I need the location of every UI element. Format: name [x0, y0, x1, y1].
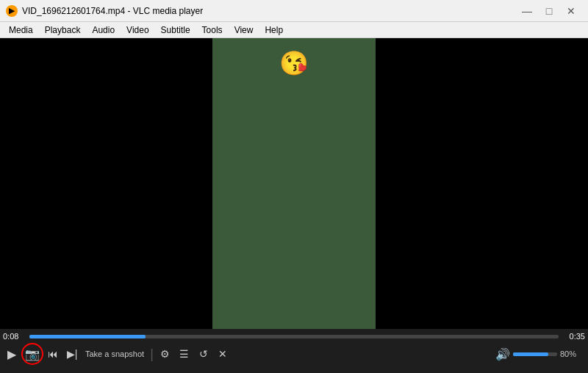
video-area: 😘 — [0, 38, 588, 329]
snapshot-label: Take a snapshot — [82, 350, 147, 358]
video-content: 😘 — [212, 38, 376, 329]
menu-bar: Media Playback Audio Video Subtitle Tool… — [0, 22, 588, 38]
title-bar: ▶ VID_1696212601764.mp4 - VLC media play… — [0, 0, 588, 22]
frame-next-button[interactable]: ▶| — [63, 345, 81, 363]
menu-playback[interactable]: Playback — [39, 22, 87, 38]
emoji-overlay: 😘 — [279, 51, 309, 75]
menu-video[interactable]: Video — [121, 22, 154, 38]
maximize-button[interactable]: □ — [538, 3, 560, 19]
separator-1: | — [148, 347, 155, 361]
volume-percent: 80% — [560, 350, 582, 358]
menu-media[interactable]: Media — [3, 22, 39, 38]
menu-tools[interactable]: Tools — [196, 22, 229, 38]
minimize-button[interactable]: — — [516, 3, 538, 19]
seek-row: 0:08 0:35 — [0, 329, 588, 344]
menu-audio[interactable]: Audio — [86, 22, 121, 38]
play-button[interactable]: ▶ — [3, 345, 21, 363]
buttons-row: ▶ 📷 ⏮ ▶| Take a snapshot | ⚙ ☰ ↺ ✕ 🔊 80% — [0, 344, 588, 364]
time-elapsed: 0:08 — [3, 332, 26, 341]
volume-icon: 🔊 — [495, 347, 510, 361]
snapshot-button[interactable]: 📷 — [22, 344, 43, 364]
seek-bar[interactable] — [29, 335, 559, 338]
menu-subtitle[interactable]: Subtitle — [155, 22, 196, 38]
volume-area: 🔊 80% — [495, 347, 585, 361]
vlc-icon: ▶ — [6, 5, 18, 17]
equalizer-button[interactable]: ⚙ — [157, 345, 174, 363]
frame-prev-button[interactable]: ⏮ — [44, 345, 62, 363]
snapshot-button-wrapper: 📷 — [22, 344, 43, 364]
volume-bar-fill — [513, 352, 548, 356]
video-background — [212, 38, 376, 329]
close-button[interactable]: ✕ — [560, 3, 582, 19]
controls-area: 0:08 0:35 ▶ 📷 ⏮ ▶| Take a snapshot | ⚙ ☰… — [0, 329, 588, 373]
playlist-button[interactable]: ☰ — [176, 345, 193, 363]
seek-bar-fill — [29, 335, 146, 338]
loop-button[interactable]: ↺ — [195, 345, 212, 363]
random-button[interactable]: ✕ — [214, 345, 232, 363]
volume-bar[interactable] — [513, 352, 557, 356]
menu-view[interactable]: View — [229, 22, 259, 38]
window-controls: — □ ✕ — [516, 3, 582, 19]
time-total: 0:35 — [562, 332, 585, 341]
menu-help[interactable]: Help — [259, 22, 289, 38]
window-title: VID_1696212601764.mp4 - VLC media player — [22, 6, 512, 16]
